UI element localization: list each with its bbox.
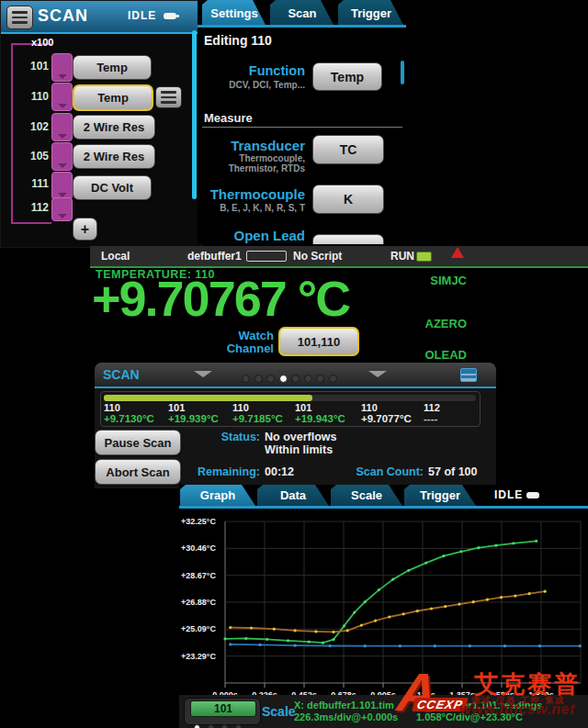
mode-indicator[interactable]: Local [101, 250, 130, 263]
reading-value: +9.7185°C [232, 413, 283, 424]
temperature-chart[interactable]: +32.25°C+30.46°C+28.67°C+26.88°C+25.09°C… [179, 509, 588, 695]
graph-tab-bar: Graph Data Scale Trigger IDLE [179, 485, 588, 506]
chevron-down-icon[interactable] [194, 371, 212, 377]
graph-footer: 101 Scale X: defbuffer1.101.tim 226.3ms/… [179, 695, 588, 728]
transducer-sublabel-2: Thermistor, RTDs [198, 163, 305, 174]
add-channel-button[interactable]: + [73, 218, 97, 241]
hamburger-icon [7, 6, 32, 28]
reading-value: ---- [424, 413, 440, 424]
hamburger-icon [156, 87, 181, 107]
scan-reading-cell: 101 +19.939°C [168, 402, 219, 424]
thermocouple-label: Thermocouple [198, 186, 305, 202]
svg-text:+23.29°C: +23.29°C [181, 652, 216, 661]
svg-text:+28.67°C: +28.67°C [181, 571, 216, 580]
tab-trigger[interactable]: Trigger [404, 485, 476, 506]
run-indicator[interactable]: RUN [390, 250, 414, 263]
svg-text:+30.46°C: +30.46°C [181, 543, 216, 553]
reading-channel: 110 [361, 402, 412, 413]
scan-progress-track [104, 395, 476, 401]
channel-function-button[interactable]: DC Volt [73, 175, 152, 200]
x-axis-info-1: X: defbuffer1.101.tim [294, 700, 394, 711]
x-axis-info-2: 226.3ms/div@+0.000s [294, 711, 398, 722]
script-indicator[interactable]: No Script [293, 250, 342, 263]
channel-number: 112 [21, 201, 49, 214]
reading-value: +9.7130°C [104, 413, 154, 424]
scan-progress-fill [104, 395, 312, 401]
idle-annunciator-icon [526, 492, 539, 498]
channel-number: 110 [21, 90, 49, 103]
tab-scan[interactable]: Scan [270, 0, 334, 27]
graph-view-icon[interactable] [460, 368, 477, 382]
scan-overlay-bar[interactable]: SCAN [95, 363, 496, 388]
channel-strip[interactable] [51, 197, 73, 221]
channel-edit-panel: Settings Scan Trigger Editing 110 Functi… [198, 0, 406, 244]
warning-icon[interactable] [451, 247, 464, 258]
transducer-label: Transducer [198, 138, 305, 153]
channel-strip[interactable] [51, 113, 73, 141]
status-line-2: Within limits [265, 443, 333, 456]
trace-channel-button[interactable]: 101 [190, 700, 256, 717]
thermocouple-value-button[interactable]: K [312, 185, 384, 214]
scrollbar[interactable] [192, 30, 197, 199]
scan-reading-cell: 110 +9.7185°C [232, 402, 283, 424]
open-lead-value-button[interactable] [312, 234, 384, 244]
tab-graph[interactable]: Graph [180, 485, 255, 506]
graph-status-badge: IDLE [494, 488, 523, 501]
reading-topbar: Local defbuffer1 No Script RUN [90, 246, 588, 268]
tab-data[interactable]: Data [257, 485, 329, 506]
channel-strip[interactable] [51, 83, 73, 111]
channel-function-button[interactable]: 2 Wire Res [73, 144, 155, 169]
chevron-down-icon[interactable] [368, 371, 387, 377]
channel-function-button[interactable]: Temp [73, 55, 152, 80]
multiplier-label[interactable]: x100 [31, 37, 53, 48]
page-indicator-dots[interactable] [242, 370, 341, 386]
scan-reading-cell: 101 +19.943°C [295, 402, 345, 424]
status-badge: IDLE [128, 9, 156, 22]
tab-scale[interactable]: Scale [331, 485, 402, 506]
channel-function-button[interactable]: 2 Wire Res [73, 115, 155, 140]
transducer-value-button[interactable]: TC [312, 135, 384, 164]
multiplier-bracket-bottom [11, 222, 51, 224]
buffer-fill-gauge [246, 251, 287, 262]
annunciator-olead: OLEAD [393, 348, 467, 362]
reading-channel: 112 [424, 402, 440, 413]
trace-page-dots[interactable] [194, 718, 246, 728]
channel-options-button[interactable] [155, 86, 182, 108]
channel-number: 101 [21, 60, 49, 73]
tab-settings[interactable]: Settings [202, 0, 266, 27]
channel-strip[interactable] [51, 142, 73, 171]
reading-channel: 101 [295, 402, 345, 413]
function-value-button[interactable]: Temp [312, 62, 382, 91]
reading-channel: 110 [104, 402, 154, 413]
pause-scan-button[interactable]: Pause Scan [95, 430, 181, 455]
status-label: Status: [173, 431, 260, 443]
watch-channel-label-2: Channel [182, 342, 274, 355]
function-label: Function [198, 63, 305, 78]
scan-reading-cell: 110 +9.7077°C [361, 402, 412, 424]
watch-channel-button[interactable]: 101,110 [278, 327, 359, 356]
scan-reading-cell: 110 +9.7130°C [104, 402, 154, 424]
channel-function-button-selected[interactable]: Temp [73, 84, 153, 111]
scan-count-value: 57 of 100 [428, 465, 478, 478]
svg-text:+25.09°C: +25.09°C [181, 624, 216, 633]
transducer-sublabel-1: Thermocouple, [198, 153, 305, 163]
buffer-indicator[interactable]: defbuffer1 [187, 250, 242, 263]
graph-screen: Graph Data Scale Trigger IDLE +32.25°C+3… [179, 485, 588, 728]
trace-chip[interactable]: 101 [184, 698, 261, 725]
scale-label[interactable]: Scale [262, 704, 296, 719]
scan-setup-panel: SCAN IDLE x100 101 Temp 110 Temp 102 2 W… [0, 0, 202, 248]
multiplier-bracket [11, 43, 13, 224]
channel-number: 102 [21, 120, 49, 133]
scan-setup-header: SCAN IDLE [1, 1, 201, 34]
abort-scan-button[interactable]: Abort Scan [95, 459, 181, 485]
scrollbar[interactable] [401, 61, 404, 84]
remaining-label: Remaining: [173, 465, 260, 478]
channel-strip[interactable] [51, 172, 73, 200]
annunciator-azero: AZERO [393, 317, 467, 330]
channel-strip[interactable] [51, 53, 73, 82]
tab-trigger[interactable]: Trigger [338, 0, 404, 27]
edit-tab-bar: Settings Scan Trigger [198, 0, 406, 27]
thermocouple-sublabel: B, E, J, K, N, R, S, T [198, 203, 305, 213]
menu-button[interactable] [6, 6, 33, 29]
scan-count-label: Scan Count: [343, 465, 424, 478]
